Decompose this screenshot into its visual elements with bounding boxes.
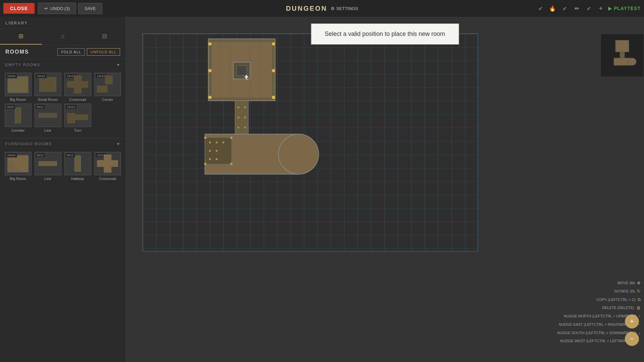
flame-icon[interactable]: 🔥	[548, 4, 557, 13]
svg-point-30	[209, 158, 211, 160]
rotate-label: ROTATE (R)	[614, 288, 635, 295]
zoom-out-button[interactable]: −	[625, 332, 639, 346]
furnished-line-size: 8x12	[36, 153, 46, 158]
checkmark-icon-2[interactable]: ✓	[560, 4, 569, 13]
svg-point-21	[244, 126, 246, 128]
empty-corridor-thumb: 8x24	[5, 104, 32, 127]
gear-icon: ⚙	[331, 6, 335, 11]
notification-text: Select a valid position to place this ne…	[325, 31, 445, 37]
furnished-line[interactable]: 8x12 Line	[34, 152, 62, 181]
empty-rooms-section-header[interactable]: EMPTY ROOMS ▾	[0, 59, 125, 70]
close-button[interactable]: CLOSE	[3, 3, 35, 14]
checkmark-icon-1[interactable]: ✓	[536, 4, 545, 13]
furnished-line-thumb: 8x12	[35, 152, 61, 175]
checkmark-icon-3[interactable]: ✓	[584, 4, 593, 13]
furnished-crossroad[interactable]: 12x12 Crossroad	[94, 152, 121, 181]
tab-objects[interactable]: ⌂	[42, 28, 84, 45]
empty-small-room-name: Small Room	[38, 98, 58, 102]
empty-crossroad-thumb: 12x12	[64, 73, 91, 96]
svg-point-31	[216, 158, 218, 160]
top-bar: CLOSE ↩ UNDO (3) SAVE DUNGEON ⚙ SETTINGS…	[0, 0, 644, 17]
move-label: MOVE (M)	[618, 280, 635, 287]
rotate-icon: ↻	[637, 287, 641, 296]
nudge-east-label: NUDGE EAST (LEFTCTRL + RIGHTARROW)	[559, 321, 634, 328]
dungeon-map-svg	[143, 34, 478, 251]
save-button[interactable]: SAVE	[78, 3, 102, 14]
empty-small-room[interactable]: 24x12 Small Room	[34, 73, 62, 102]
copy-icon: ⧉	[638, 296, 641, 304]
undo-icon: ↩	[44, 6, 48, 11]
library-panel: LIBRARY ⊞ ⌂ ⊟ ROOMS FOLD ALL UNFOLD ALL …	[0, 17, 126, 362]
empty-small-room-thumb: 24x12	[35, 73, 61, 96]
svg-point-23	[278, 134, 319, 174]
delete-icon: 🗑	[636, 304, 641, 312]
tab-rooms[interactable]: ⊞	[0, 28, 42, 45]
furnished-big-room-size: 24x24	[6, 153, 17, 158]
unfold-all-button[interactable]: UNFOLD ALL	[87, 48, 120, 56]
furnished-crossroad-thumb: 12x12	[94, 152, 121, 175]
svg-point-6	[208, 42, 212, 46]
empty-corner-name: Corner	[102, 98, 113, 102]
empty-turn[interactable]: 12x12 Turn	[64, 104, 92, 132]
nudge-west-label: NUDGE WEST (LEFTCTRL + LEFTARROW)	[560, 338, 634, 345]
nudge-south-label: NUDGE SOUTH (LEFTCTRL + DOWNARROW)	[557, 329, 636, 337]
main-canvas[interactable]: Select a valid position to place this ne…	[126, 17, 644, 362]
zoom-in-button[interactable]: +	[625, 314, 639, 328]
svg-point-27	[222, 141, 224, 143]
furnished-big-room[interactable]: 24x24 Big Room	[4, 152, 32, 181]
empty-line[interactable]: 8x12 Line	[34, 104, 62, 132]
svg-point-20	[237, 126, 239, 128]
empty-big-room-size: 24x24	[6, 74, 17, 78]
empty-corridor[interactable]: 8x24 Corridor	[4, 104, 32, 132]
svg-point-18	[237, 116, 239, 118]
svg-point-7	[272, 42, 275, 46]
arrow-up-icon: ↑	[639, 312, 641, 320]
empty-line-thumb: 8x12	[35, 104, 61, 127]
furnished-line-name: Line	[44, 177, 51, 181]
undo-button[interactable]: ↩ UNDO (3)	[38, 3, 76, 14]
furnished-hallway-thumb: 8x12	[64, 152, 91, 175]
dungeon-grid[interactable]	[143, 34, 478, 251]
svg-rect-32	[204, 137, 206, 139]
furnished-big-room-name: Big Room	[10, 177, 26, 181]
empty-big-room-thumb: 24x24	[5, 73, 32, 96]
fold-buttons: FOLD ALL UNFOLD ALL	[57, 48, 120, 56]
empty-rooms-chevron: ▾	[117, 62, 120, 67]
svg-point-9	[272, 96, 275, 99]
empty-big-room-name: Big Room	[10, 98, 26, 102]
furnished-rooms-grid: 24x24 Big Room 8x12 Line 8x12 Hallway 12…	[0, 149, 125, 186]
furnished-big-room-thumb: 24x24	[5, 152, 32, 175]
minus-icon: −	[630, 335, 634, 343]
rooms-title: ROOMS	[5, 49, 29, 55]
move-icon: ✥	[637, 279, 641, 288]
empty-small-room-size: 24x12	[36, 74, 47, 78]
furnished-hallway[interactable]: 8x12 Hallway	[64, 152, 92, 181]
pencil-icon[interactable]: ✏	[572, 4, 581, 13]
svg-point-26	[216, 141, 218, 143]
control-rotate: ROTATE (R) ↻	[557, 287, 641, 296]
minimap-svg	[605, 39, 639, 72]
control-delete: DELETE (DELETE) 🗑	[557, 304, 641, 312]
svg-point-19	[244, 116, 246, 118]
svg-rect-35	[230, 163, 232, 165]
delete-label: DELETE (DELETE)	[602, 304, 634, 311]
empty-turn-name: Turn	[74, 128, 81, 132]
fold-all-button[interactable]: FOLD ALL	[57, 48, 85, 56]
empty-line-name: Line	[44, 128, 51, 132]
empty-corner[interactable]: 12x12 Corner	[94, 73, 121, 102]
rooms-header: ROOMS FOLD ALL UNFOLD ALL	[0, 45, 125, 59]
playtest-button[interactable]: ▶ PLAYTEST	[608, 6, 641, 11]
plus-icon-top[interactable]: +	[596, 4, 605, 13]
top-right-icons: ✓ 🔥 ✓ ✏ ✓ + ▶ PLAYTEST	[536, 4, 641, 13]
svg-point-8	[208, 96, 212, 99]
furnished-rooms-section-header[interactable]: FURNISHED ROOMS ▾	[0, 138, 125, 149]
empty-crossroad[interactable]: 12x12 Crossroad	[64, 73, 92, 102]
empty-crossroad-name: Crossroad	[69, 98, 86, 102]
settings-button[interactable]: ⚙ SETTINGS	[331, 6, 358, 11]
furnished-hallway-size: 8x12	[65, 153, 75, 158]
empty-big-room[interactable]: 24x24 Big Room	[4, 73, 32, 102]
furnished-rooms-chevron: ▾	[117, 141, 120, 146]
tab-items[interactable]: ⊟	[84, 28, 125, 45]
empty-turn-thumb: 12x12	[64, 104, 91, 127]
arrow-down-icon: ↓	[639, 329, 641, 337]
